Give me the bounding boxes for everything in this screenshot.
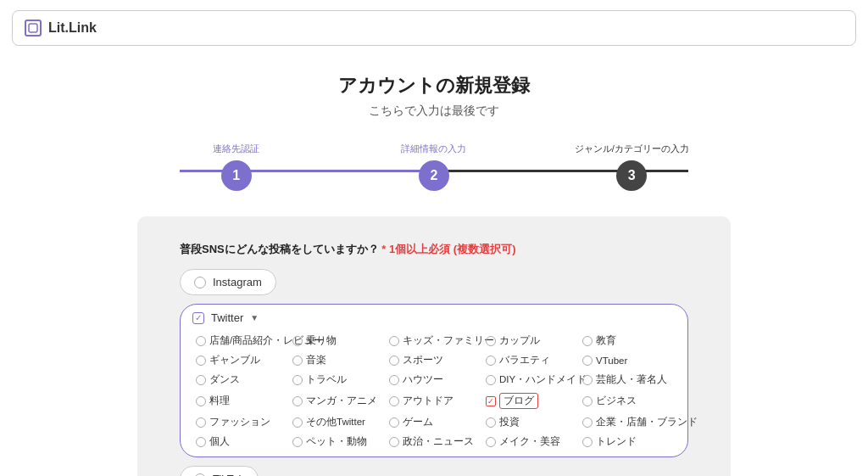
cat-item[interactable]: DIY・ハンドメイド xyxy=(482,372,579,388)
cat-label: 政治・ニュース xyxy=(403,435,474,448)
cat-label: ギャンブル xyxy=(209,354,260,367)
cat-item[interactable]: ハウツー xyxy=(386,372,482,388)
step-3: ジャンル/カテゴリーの入力 3 xyxy=(533,143,731,191)
tiktok-label: TikTok xyxy=(213,473,244,476)
cat-label: バラエティ xyxy=(499,354,550,367)
cat-item[interactable]: 投資 xyxy=(482,414,579,430)
cat-label: スポーツ xyxy=(403,354,443,367)
step-1-label: 連絡先認証 xyxy=(213,143,259,155)
cat-blog-label: ブログ xyxy=(499,393,538,409)
twitter-section: ✓ Twitter ▼ 店舗/商品紹介・レビュー 乗り物 キッズ・ファミリー xyxy=(180,304,688,457)
twitter-label: Twitter xyxy=(211,311,243,324)
required-text: * 1個以上必須 (複数選択可) xyxy=(381,243,515,255)
cat-label: 乗り物 xyxy=(306,334,337,347)
app-title: Lit.Link xyxy=(48,20,97,36)
cat-radio xyxy=(582,437,593,447)
cat-label: DIY・ハンドメイド xyxy=(499,373,587,386)
cat-item[interactable]: ビジネス xyxy=(579,391,676,411)
cat-item[interactable]: 料理 xyxy=(192,391,289,411)
cat-radio xyxy=(389,356,399,366)
cat-blog-item[interactable]: ✓ ブログ xyxy=(482,391,579,411)
cat-item[interactable]: ゲーム xyxy=(386,414,482,430)
category-grid: 店舗/商品紹介・レビュー 乗り物 キッズ・ファミリー カップル 教育 xyxy=(192,333,676,450)
cat-radio xyxy=(486,375,496,385)
cat-label: その他Twitter xyxy=(306,416,365,428)
cat-radio xyxy=(486,437,496,447)
cat-item[interactable]: スポーツ xyxy=(386,352,482,368)
step-2: 詳細情報の入力 2 xyxy=(335,143,532,191)
cat-radio xyxy=(389,396,399,406)
cat-radio xyxy=(582,417,593,428)
cat-label: トラベル xyxy=(306,373,347,386)
cat-item[interactable]: その他Twitter xyxy=(289,414,386,430)
page-subtitle: こちらで入力は最後です xyxy=(369,104,499,119)
instagram-radio xyxy=(194,277,206,288)
step-3-label: ジャンル/カテゴリーの入力 xyxy=(575,143,689,155)
cat-item[interactable]: トレンド xyxy=(579,434,676,450)
cat-item[interactable]: キッズ・ファミリー xyxy=(386,333,482,349)
cat-label: カップル xyxy=(499,334,540,347)
step-3-circle: 3 xyxy=(616,160,647,191)
cat-radio xyxy=(196,336,206,346)
cat-item[interactable]: VTuber xyxy=(579,352,676,368)
cat-radio xyxy=(292,437,303,447)
cat-label: 芸能人・著名人 xyxy=(596,373,667,386)
cat-item[interactable]: カップル xyxy=(482,333,579,349)
cat-item[interactable]: トラベル xyxy=(289,372,386,388)
cat-label: ファッション xyxy=(209,416,270,428)
cat-radio xyxy=(389,336,399,346)
cat-label: 教育 xyxy=(596,334,616,347)
cat-item[interactable]: ギャンブル xyxy=(192,352,289,368)
cat-item[interactable]: 乗り物 xyxy=(289,333,386,349)
cat-label: トレンド xyxy=(596,435,637,448)
twitter-header[interactable]: ✓ Twitter ▼ xyxy=(192,311,676,324)
cat-radio xyxy=(292,356,303,366)
cat-radio xyxy=(292,396,303,406)
cat-label: ビジネス xyxy=(596,395,637,407)
tiktok-option[interactable]: TikTok xyxy=(180,466,259,476)
twitter-checkbox: ✓ xyxy=(192,312,204,324)
cat-item[interactable]: 芸能人・著名人 xyxy=(579,372,676,388)
cat-item[interactable]: マンガ・アニメ xyxy=(289,391,386,411)
cat-label: 企業・店舗・ブランド xyxy=(596,416,698,428)
page-title: アカウントの新規登録 xyxy=(338,73,530,98)
cat-item[interactable]: 個人 xyxy=(192,434,289,450)
cat-label: メイク・美容 xyxy=(499,435,560,448)
cat-item[interactable]: ペット・動物 xyxy=(289,434,386,450)
cat-radio xyxy=(486,417,496,428)
cat-label: 投資 xyxy=(499,416,520,428)
cat-radio xyxy=(486,336,496,346)
cat-radio xyxy=(389,437,399,447)
cat-item[interactable]: 企業・店舗・ブランド xyxy=(579,414,676,430)
instagram-option[interactable]: Instagram xyxy=(180,269,276,295)
header: Lit.Link xyxy=(12,10,856,46)
cat-radio xyxy=(389,375,399,385)
cat-item[interactable]: 教育 xyxy=(579,333,676,349)
cat-item[interactable]: 音楽 xyxy=(289,352,386,368)
cat-item[interactable]: 店舗/商品紹介・レビュー xyxy=(192,333,289,349)
cat-label: マンガ・アニメ xyxy=(306,395,377,407)
cat-label: 音楽 xyxy=(306,354,326,367)
cat-label: ゲーム xyxy=(403,416,433,428)
step-2-label: 詳細情報の入力 xyxy=(401,143,466,155)
cat-radio xyxy=(196,356,206,366)
cat-item[interactable]: バラエティ xyxy=(482,352,579,368)
step-2-circle: 2 xyxy=(419,160,449,191)
stepper: 連絡先認証 1 詳細情報の入力 2 ジャンル/カテゴリーの入力 3 xyxy=(137,143,731,191)
step-1-circle: 1 xyxy=(221,160,252,191)
cat-item[interactable]: メイク・美容 xyxy=(482,434,579,450)
cat-label: 個人 xyxy=(209,435,230,448)
cat-item[interactable]: ダンス xyxy=(192,372,289,388)
cat-radio xyxy=(582,356,593,366)
cat-label: ダンス xyxy=(209,373,240,386)
cat-radio xyxy=(196,375,206,385)
cat-item[interactable]: アウトドア xyxy=(386,391,482,411)
logo-icon xyxy=(25,20,42,36)
cat-label: キッズ・ファミリー xyxy=(403,334,494,347)
cat-item[interactable]: ファッション xyxy=(192,414,289,430)
cat-item[interactable]: 政治・ニュース xyxy=(386,434,482,450)
cat-radio xyxy=(196,437,206,447)
instagram-label: Instagram xyxy=(213,276,262,288)
cat-radio xyxy=(292,417,303,428)
form-area: 普段SNSにどんな投稿をしていますか？ * 1個以上必須 (複数選択可) Ins… xyxy=(137,216,731,476)
